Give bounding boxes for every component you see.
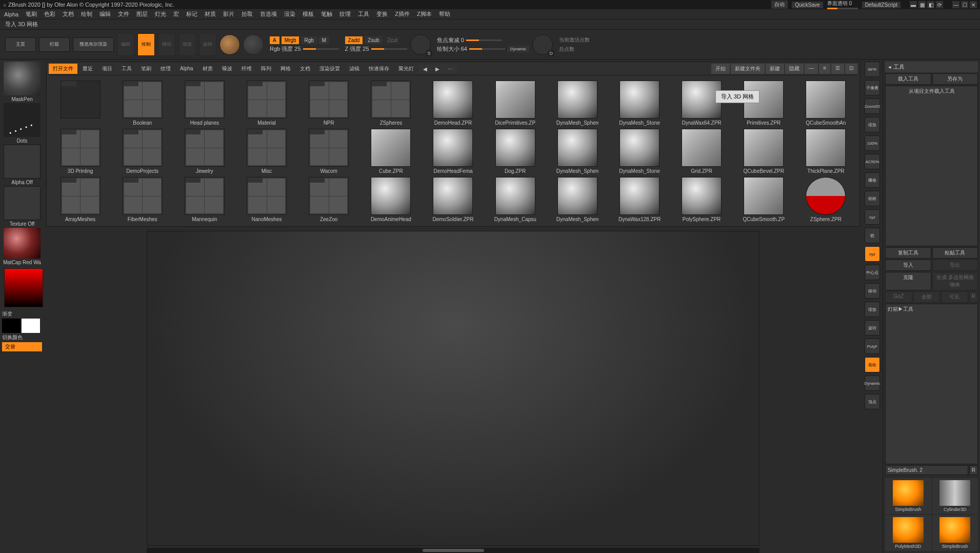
bpr-button[interactable]: 预览布尔渲染	[73, 37, 114, 52]
browser-item[interactable]: DynaMesh_Sphere	[548, 129, 607, 174]
win-icon[interactable]: ▦	[918, 1, 926, 8]
nav-prev-icon[interactable]: ◀	[419, 65, 431, 73]
browser-item[interactable]: Cube.ZPR	[362, 129, 421, 174]
browser-tab[interactable]: 笔刷	[137, 64, 155, 74]
mrgb-button[interactable]: Mrgb	[282, 36, 299, 44]
wireframe-icon[interactable]: 线框	[865, 191, 880, 206]
zoom2d-icon[interactable]: Zoom2D	[865, 98, 880, 114]
lightbox-button[interactable]: 灯箱	[39, 37, 70, 52]
100pct-icon[interactable]: 100%	[865, 135, 880, 151]
browser-item[interactable]: Dog.ZPR	[486, 129, 545, 174]
browser-item[interactable]: DynaMesh_Sphere	[548, 81, 607, 126]
browser-item[interactable]: PolySphere.ZPR	[672, 177, 731, 222]
menu-item-图层[interactable]: 图层	[136, 10, 148, 18]
export-button[interactable]: 导出	[932, 260, 978, 271]
browser-item[interactable]: Primitives.ZPR	[734, 81, 793, 126]
rotate-button[interactable]: 旋转	[199, 33, 216, 56]
menu-item-拾取[interactable]: 拾取	[242, 10, 253, 18]
m-button[interactable]: M	[319, 36, 329, 44]
grid-icon[interactable]: 栅格	[865, 172, 880, 188]
move-icon[interactable]: 移动	[865, 283, 880, 299]
browser-tab[interactable]: 纹理	[156, 64, 175, 74]
rotate-icon[interactable]: 旋转	[865, 320, 880, 335]
menu-item-Alpha[interactable]: Alpha	[4, 11, 18, 17]
zadd-button[interactable]: Zadd	[345, 36, 363, 44]
lightbox-tools-button[interactable]: 灯箱▶工具	[885, 304, 978, 464]
win-icon[interactable]: ⟳	[936, 1, 943, 8]
browser-tab[interactable]: 快速保存	[365, 64, 393, 74]
menu-item-变换[interactable]: 变换	[376, 10, 388, 18]
switch-color-label[interactable]: 切换颜色	[2, 334, 42, 341]
view-mode-icon[interactable]: —	[805, 64, 818, 74]
texture-thumbnail[interactable]	[4, 186, 41, 220]
goz-button[interactable]: GoZ	[885, 291, 912, 303]
minimize-icon[interactable]: —	[952, 1, 959, 8]
zcut-button[interactable]: Zcut	[385, 36, 401, 44]
color-picker[interactable]	[4, 268, 43, 307]
center-icon[interactable]: 中心点	[865, 265, 880, 280]
swatch-black[interactable]	[2, 319, 21, 333]
browser-item[interactable]: Head planes	[175, 81, 234, 126]
menu-item-笔触[interactable]: 笔触	[321, 10, 332, 18]
xyz-orange-icon[interactable]: xyz	[865, 246, 880, 262]
polyf-icon[interactable]: PolyF	[865, 339, 880, 354]
menu-item-Z脚本[interactable]: Z脚本	[417, 10, 432, 18]
browser-action-button[interactable]: 新建	[766, 64, 784, 74]
h-scrollbar[interactable]	[147, 548, 759, 553]
home-button[interactable]: 主页	[5, 37, 36, 52]
close-icon[interactable]: ✕	[970, 1, 977, 8]
browser-item[interactable]: NanoMeshes	[237, 177, 296, 222]
browser-tab[interactable]: 聚光灯	[394, 64, 418, 74]
ui-transparency-label[interactable]: 界面透明 0	[827, 0, 858, 7]
visible-button[interactable]: 可见	[941, 291, 968, 303]
browser-item[interactable]: NPR	[299, 81, 358, 126]
browser-tab[interactable]: 文档	[296, 64, 314, 74]
rgb-button[interactable]: Rgb	[301, 36, 316, 44]
browser-item[interactable]: FiberMeshes	[113, 177, 172, 222]
menu-item-文件[interactable]: 文件	[118, 10, 129, 18]
document-canvas[interactable]	[147, 231, 759, 546]
browser-item[interactable]: 3D Printing	[51, 129, 110, 174]
menu-item-Z插件[interactable]: Z插件	[395, 10, 410, 18]
browser-item[interactable]: DicePrimitives.ZP	[486, 81, 545, 126]
a-button[interactable]: A	[270, 36, 279, 44]
win-icon[interactable]: ◧	[927, 1, 934, 8]
saveas-button[interactable]: 另存为	[932, 73, 978, 85]
menu-item-首选项[interactable]: 首选项	[260, 10, 277, 18]
browser-item[interactable]: DynaMesh_Capsu	[486, 177, 545, 222]
browser-item[interactable]: QCubeBevel.ZPR	[734, 129, 793, 174]
bpr-icon[interactable]: BPR	[865, 62, 880, 77]
browser-item[interactable]: DemoHeadFema	[424, 129, 483, 174]
all-button[interactable]: 全部	[913, 291, 941, 303]
browser-item[interactable]: DemoHead.ZPR	[424, 81, 483, 126]
focal-shift-label[interactable]: 焦点衰减 0	[437, 36, 464, 44]
browser-tab[interactable]: 阵列	[257, 64, 275, 74]
browser-item[interactable]: ZSpheres	[362, 81, 421, 126]
auto-button[interactable]: 自动	[771, 1, 788, 9]
menu-item-色彩[interactable]: 色彩	[44, 10, 55, 18]
rgb-intensity-slider[interactable]	[303, 48, 339, 50]
browser-action-button[interactable]: 隐藏	[785, 64, 804, 74]
menu-item-编辑[interactable]: 编辑	[99, 10, 111, 18]
browser-item[interactable]: DynaMesh_Stone	[610, 129, 669, 174]
browser-item[interactable]: Boolean	[113, 81, 172, 126]
browser-item[interactable]: ZSphere.ZPR	[796, 177, 855, 222]
browser-item[interactable]: DynaMesh_Stone	[610, 81, 669, 126]
draw-size-label[interactable]: 绘制大小 64	[437, 45, 467, 53]
browser-tab[interactable]: 打开文件	[49, 64, 77, 74]
browser-tab[interactable]: 材质	[198, 64, 217, 74]
browser-item[interactable]: ThickPlane.ZPR	[796, 129, 855, 174]
d-circle-icon[interactable]: D	[532, 34, 553, 55]
alternate-button[interactable]: 交替	[2, 342, 42, 351]
gizmo-sphere2-icon[interactable]	[243, 34, 264, 55]
focal-shift-slider[interactable]	[466, 40, 502, 41]
menu-item-标记[interactable]: 标记	[186, 10, 197, 18]
zoom-icon[interactable]: 缩放	[865, 302, 880, 317]
zsub-button[interactable]: Zsub	[365, 36, 382, 44]
browser-item[interactable]: Grid.ZPR	[672, 129, 731, 174]
tool-item[interactable]: SimpleBrush	[932, 515, 978, 551]
menu-item-渲染[interactable]: 渲染	[284, 10, 295, 18]
browser-action-button[interactable]: 新建文件夹	[731, 64, 765, 74]
browser-item[interactable]: DynaWax64.ZPR	[672, 81, 731, 126]
paste-tool-button[interactable]: 粘贴工具	[932, 247, 978, 259]
